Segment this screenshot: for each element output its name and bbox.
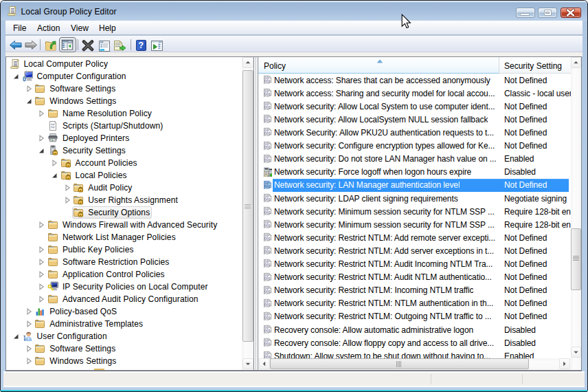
svg-text:?: ? bbox=[138, 41, 144, 50]
